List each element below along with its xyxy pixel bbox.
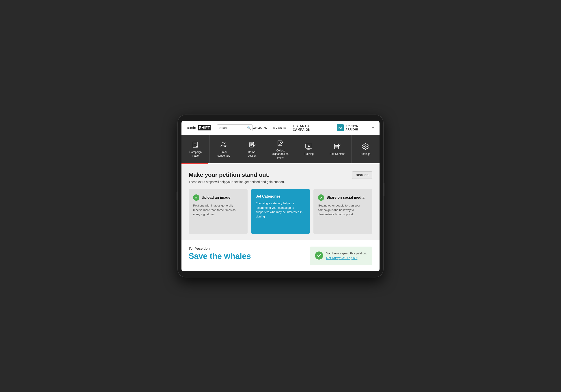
email-supporters-label: Emailsupporters [217, 151, 230, 157]
logo-shift-text: SHIFT [198, 125, 211, 130]
toolbar-edit-content[interactable]: Edit Content [323, 135, 351, 164]
card-upload-header: Upload an image [193, 195, 243, 201]
svg-point-7 [225, 143, 226, 144]
nav-groups[interactable]: GROUPS [253, 126, 267, 130]
toolbar-collect-signatures[interactable]: Collectsignatures onpaper [266, 135, 295, 164]
user-name: KRISTYN ARRIGHI [345, 124, 370, 131]
nav-links: GROUPS EVENTS + START A CAMPAIGN KA KRIS… [253, 124, 374, 131]
toolbar: CampaignPage Emailsupporters Deliverpeti… [182, 135, 379, 164]
nav-events[interactable]: EVENTS [273, 126, 287, 130]
check-circle-social [318, 195, 324, 201]
card-social-body: Getting other people to sign your campai… [318, 203, 368, 217]
edit-content-icon [333, 143, 341, 151]
deliver-petition-icon [248, 141, 256, 149]
signed-text: You have signed this petition. Not Krist… [326, 251, 367, 260]
search-bar[interactable]: 🔍 [217, 124, 253, 131]
settings-label: Settings [361, 152, 370, 156]
email-supporters-icon [220, 141, 228, 149]
card-categories-title: Set Categories [256, 195, 281, 198]
campaign-page-label: CampaignPage [189, 151, 202, 157]
card-upload-title: Upload an image [202, 196, 230, 200]
toolbar-deliver-petition[interactable]: Deliverpetition [238, 135, 266, 164]
chevron-down-icon: ▼ [372, 127, 374, 129]
bottom-section: To: Poseidon Save the whales You have si… [182, 240, 379, 271]
card-share-social[interactable]: Share on social media Getting other peop… [313, 189, 372, 234]
toolbar-email-supporters[interactable]: Emailsupporters [210, 135, 238, 164]
training-label: Training [304, 152, 314, 156]
campaign-page-icon [192, 141, 200, 149]
card-upload-image[interactable]: Upload an image Petitions with images ge… [189, 189, 248, 234]
toolbar-settings[interactable]: Settings [352, 135, 379, 164]
top-nav: controlSHIFT 🔍 GROUPS EVENTS + START A C… [182, 121, 379, 135]
user-avatar: KA [337, 124, 344, 131]
logo[interactable]: controlSHIFT [187, 125, 211, 130]
card-social-title: Share on social media [326, 196, 364, 200]
tablet-frame: controlSHIFT 🔍 GROUPS EVENTS + START A C… [177, 114, 384, 278]
petition-info: To: Poseidon Save the whales [189, 247, 302, 261]
card-categories-header: Set Categories [256, 195, 306, 198]
collect-signatures-label: Collectsignatures onpaper [272, 149, 289, 160]
banner-subtitle: These extra steps will help your petitio… [189, 180, 372, 184]
deliver-petition-label: Deliverpetition [248, 151, 257, 157]
signed-link[interactable]: Not Kristyn A? Log out [326, 256, 357, 260]
toolbar-campaign-page[interactable]: CampaignPage [182, 135, 210, 164]
search-icon: 🔍 [247, 126, 251, 130]
banner-title: Make your petition stand out. [189, 171, 372, 178]
card-set-categories[interactable]: Set Categories Choosing a category helps… [251, 189, 310, 234]
svg-point-6 [222, 143, 224, 144]
card-social-header: Share on social media [318, 195, 368, 201]
petition-banner: Make your petition stand out. These extr… [189, 171, 372, 184]
main-content: Make your petition stand out. These extr… [182, 164, 379, 240]
svg-point-24 [365, 146, 366, 147]
card-categories-body: Choosing a category helps us recommend y… [256, 201, 306, 219]
logo-control-text: control [187, 125, 198, 130]
petition-to: To: Poseidon [189, 247, 302, 250]
side-button-left [177, 192, 177, 200]
edit-content-label: Edit Content [330, 152, 345, 156]
nav-start-campaign[interactable]: + START A CAMPAIGN [293, 124, 327, 131]
settings-icon [361, 143, 369, 151]
petition-title: Save the whales [189, 252, 302, 261]
tablet-screen: controlSHIFT 🔍 GROUPS EVENTS + START A C… [182, 121, 379, 271]
cards-row: Upload an image Petitions with images ge… [189, 189, 372, 234]
signed-check-icon [315, 251, 323, 259]
check-circle-upload [193, 195, 199, 201]
training-icon [305, 143, 313, 151]
collect-signatures-icon [276, 139, 285, 147]
signed-box: You have signed this petition. Not Krist… [310, 247, 372, 265]
side-button-right [384, 183, 384, 196]
nav-user[interactable]: KA KRISTYN ARRIGHI ▼ [337, 124, 374, 131]
card-upload-body: Petitions with images generally receive … [193, 203, 243, 217]
dismiss-button[interactable]: DISMISS [352, 171, 372, 179]
search-input[interactable] [219, 126, 246, 130]
svg-rect-8 [249, 142, 254, 147]
toolbar-training[interactable]: Training [295, 135, 323, 164]
svg-marker-19 [308, 145, 310, 147]
